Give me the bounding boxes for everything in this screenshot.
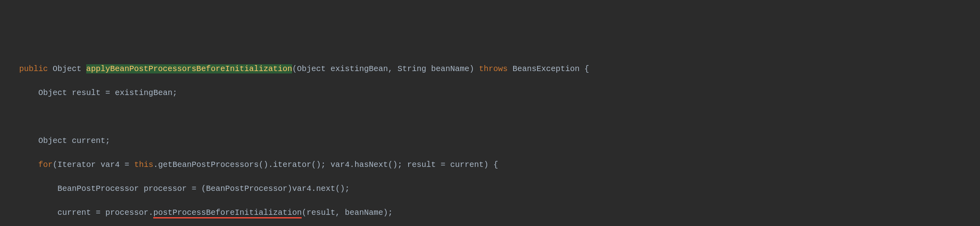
indent xyxy=(0,184,57,193)
comma: , xyxy=(388,64,393,73)
op-assign: = xyxy=(192,184,196,193)
type-object: Object xyxy=(38,88,67,97)
exception-type: BeansException xyxy=(512,64,579,73)
op-assign: = xyxy=(105,88,110,97)
code-editor[interactable]: public Object applyBeanPostProcessorsBef… xyxy=(0,51,980,226)
param1-name: existingBean xyxy=(330,64,388,73)
code-line-6: BeanPostProcessor processor = (BeanPostP… xyxy=(0,183,980,195)
paren-open: ( xyxy=(302,208,306,217)
indent xyxy=(0,88,38,97)
indent xyxy=(0,160,38,169)
indent xyxy=(0,136,38,145)
code-line-7: current = processor.postProcessBeforeIni… xyxy=(0,207,980,219)
code-line-3-blank xyxy=(0,111,980,123)
code-line-4: Object current; xyxy=(0,135,980,147)
cast-close: ) xyxy=(287,184,292,193)
dot: . xyxy=(153,160,158,169)
var-var4: var4 xyxy=(101,160,120,169)
paren-close: ) xyxy=(469,64,474,73)
keyword-throws: throws xyxy=(479,64,508,73)
arg-beanname: beanName xyxy=(345,208,383,217)
brace-open: { xyxy=(493,160,498,169)
code-line-1: public Object applyBeanPostProcessorsBef… xyxy=(0,63,980,75)
paren-close: ); xyxy=(383,208,393,217)
type-object: Object xyxy=(38,136,67,145)
method-call: getBeanPostProcessors().iterator(); xyxy=(158,160,326,169)
brace-open: { xyxy=(584,64,589,73)
arg-result: result xyxy=(306,208,335,217)
keyword-this: this xyxy=(134,160,153,169)
param2-name: beanName xyxy=(431,64,469,73)
type-beanpostprocessor: BeanPostProcessor xyxy=(57,184,139,193)
type-object: Object xyxy=(53,64,81,73)
cast-open: ( xyxy=(201,184,206,193)
method-call-next: var4.next(); xyxy=(292,184,350,193)
for-update: result = current) xyxy=(407,160,488,169)
cast-type: BeanPostProcessor xyxy=(206,184,287,193)
paren-open: ( xyxy=(292,64,297,73)
var-result: result xyxy=(72,88,101,97)
op-assign: = xyxy=(124,160,129,169)
var-processor: processor xyxy=(144,184,187,193)
keyword-public: public xyxy=(19,64,48,73)
param1-type: Object xyxy=(297,64,326,73)
method-name-highlighted: applyBeanPostProcessorsBeforeInitializat… xyxy=(86,64,292,73)
comma: , xyxy=(335,208,340,217)
keyword-for: for xyxy=(38,160,53,169)
op-assign: = xyxy=(96,208,101,217)
obj-processor: processor xyxy=(105,208,148,217)
param2-type: String xyxy=(397,64,426,73)
code-line-5: for(Iterator var4 = this.getBeanPostProc… xyxy=(0,159,980,171)
val-existingbean: existingBean; xyxy=(115,88,177,97)
indent xyxy=(0,208,57,217)
for-condition: var4.hasNext(); xyxy=(330,160,402,169)
method-underlined: postProcessBeforeInitialization xyxy=(153,208,302,218)
paren-open: ( xyxy=(53,160,57,169)
var-current: current; xyxy=(72,136,110,145)
var-current: current xyxy=(57,208,91,217)
type-iterator: Iterator xyxy=(57,160,96,169)
code-line-2: Object result = existingBean; xyxy=(0,87,980,99)
dot: . xyxy=(148,208,153,217)
